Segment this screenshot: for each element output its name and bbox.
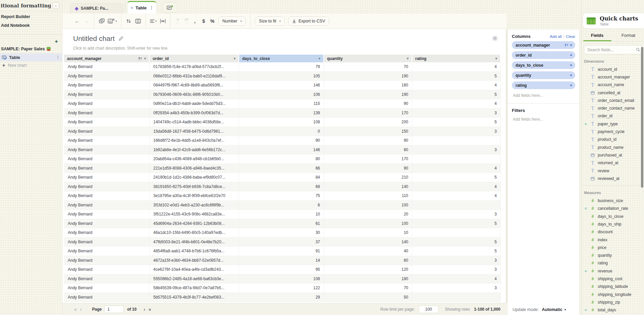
table-cell-order_id[interactable]: 24190b1d-1d2c-4386-baba-ef9d80c07... [150,173,239,182]
table-cell-account_manager[interactable]: Andy Bernard [64,256,150,265]
table-cell-order_id[interactable]: 0ff29354-a4b3-450b-b399-0cf063d7d... [150,109,239,118]
table-cell-order_id[interactable]: 15da56d8-1627-4f38-b475-0d6d7961... [150,127,239,136]
table-cell-account_manager[interactable]: Andy Bernard [64,274,150,284]
last-page-button[interactable]: » [147,307,153,312]
measure-revenue[interactable]: =#revenue [582,267,644,275]
table-cell-order_id[interactable]: 0d90e21a-db1f-4ab8-aade-5dedd75d3... [150,99,239,108]
measure-discount[interactable]: #discount [582,228,644,236]
table-cell-account_manager[interactable]: Andy Bernard [64,62,150,71]
measure-rating[interactable]: #rating [582,259,644,267]
table-cell-quantity[interactable]: 90 [324,99,412,108]
table-cell-quantity[interactable]: 40 [324,247,412,256]
table-cell-rating[interactable]: 4 [412,274,501,284]
table-cell-days_to_close[interactable]: 37 [239,238,324,247]
measure-quantity[interactable]: #quantity [582,252,644,259]
column-pill-account_manager[interactable]: account_manager▾ [512,41,575,49]
fields-scrollbar[interactable] [641,47,643,188]
number-format-dropdown[interactable]: Number ▾ [218,16,246,26]
duplicate-button[interactable] [97,18,106,23]
tab-format[interactable]: Format [613,33,644,41]
table-cell-account_manager[interactable]: Andy Bernard [64,118,150,127]
table-cell-days_to_close[interactable]: 30 [239,228,324,237]
table-cell-days_to_close[interactable]: 105 [239,72,324,81]
column-header-rating[interactable]: rating▾ [412,55,501,62]
measure-index[interactable]: #index [582,236,644,244]
fit-width-button[interactable] [158,19,167,23]
caret-down-icon[interactable]: ▾ [144,57,146,60]
table-cell-quantity[interactable]: 90 [324,164,412,173]
measure-shipping_longitude[interactable]: #shipping_longitude [582,291,644,298]
table-cell-order_id[interactable]: 0b793046-0609-483c-86f6-905010b0... [150,90,239,99]
dimension-returned_at[interactable]: Treturned_at [582,159,644,167]
dimension-account_manager[interactable]: Taccount_manager [582,73,644,81]
measure-price[interactable]: #price [582,244,644,251]
table-cell-account_manager[interactable]: Andy Bernard [64,219,150,228]
column-header-account_manager[interactable]: account_manager▾ [64,55,150,62]
table-cell-rating[interactable]: 5 [412,247,501,256]
dimension-product_id[interactable]: Tproduct_id [582,136,644,143]
table-cell-quantity[interactable]: 180 [324,274,412,284]
size-to-fit-dropdown[interactable]: Size to fit ▾ [255,16,285,26]
table-cell-account_manager[interactable]: Andy Bernard [64,99,150,108]
dimension-order_id[interactable]: Torder_id [582,112,644,120]
column-pill-order_id[interactable]: order_id▾ [512,51,575,59]
add-all-link[interactable]: Add all [550,35,561,39]
table-cell-order_id[interactable]: 3f51222e-4155-43c9-908c-4682ca83e... [150,210,239,219]
table-cell-account_manager[interactable]: Andy Bernard [64,265,150,274]
table-cell-rating[interactable]: 5 [412,238,501,247]
measure-days_to_ship[interactable]: #days_to_ship [582,220,644,228]
table-cell-account_manager[interactable]: Andy Bernard [64,284,150,293]
table-cell-rating[interactable]: 5 [412,118,501,127]
table-cell-account_manager[interactable]: Andy Bernard [64,201,150,210]
table-cell-quantity[interactable]: 170 [324,154,412,164]
table-cell-account_manager[interactable]: Andy Bernard [64,136,150,145]
table-cell-days_to_close[interactable]: 75 [239,191,324,200]
column-header-quantity[interactable]: quantity▾ [324,55,412,62]
caret-down-icon[interactable]: ▾ [570,83,572,87]
dimension-purchased_at[interactable]: purchased_at [582,151,644,159]
table-cell-account_manager[interactable]: Andy Bernard [64,182,150,191]
page-number-input[interactable] [104,306,124,313]
export-csv-button[interactable]: Export to CSV [288,16,329,26]
new-tab-button[interactable] [162,2,178,12]
table-cell-rating[interactable]: 4 [412,81,501,90]
sidebar-item-table[interactable]: Table ⋮ [0,53,62,61]
table-cell-days_to_close[interactable]: 66 [239,164,324,173]
tab-sample-paper-sales[interactable]: ◈ SAMPLE: Pa... [70,3,123,13]
undo-button[interactable]: ← [72,18,82,24]
table-cell-rating[interactable]: 3 [412,127,501,136]
table-cell-order_id[interactable]: 01783856-f14e-4178-a0bd-577cbcb2f... [150,62,239,71]
table-cell-rating[interactable]: 3 [412,256,501,265]
table-cell-quantity[interactable]: 100 [324,201,412,210]
table-cell-account_manager[interactable]: Andy Bernard [64,81,150,90]
table-cell-account_manager[interactable]: Andy Bernard [64,173,150,182]
table-cell-quantity[interactable]: 120 [324,265,412,274]
table-cell-order_id[interactable]: 084497f9-f967-4c69-8b89-aba5693f6... [150,81,239,90]
table-cell-order_id[interactable]: 47fb5003-8e21-4f4b-b601-0e48e7b20... [150,238,239,247]
table-cell-order_id[interactable]: 068e0312-66bb-432a-bab0-e2116daf9... [150,72,239,81]
table-cell-days_to_close[interactable]: 106 [239,90,324,99]
table-cell-days_to_close[interactable]: 108 [239,118,324,127]
table-cell-rating[interactable] [412,201,501,210]
table-cell-rating[interactable]: 4 [412,191,501,200]
column-header-days_to_close[interactable]: days_to_close▾ [239,55,324,62]
table-cell-order_id[interactable]: 20ab854a-c436-4089-a948-cb1b65b0... [150,154,239,164]
dimension-account_id[interactable]: Taccount_id [582,65,644,73]
caret-down-icon[interactable]: ▾ [570,63,572,67]
search-fields-input[interactable] [587,48,628,52]
table-cell-days_to_close[interactable]: 10 [239,210,324,219]
table-cell-days_to_close[interactable]: 80 [239,154,324,164]
table-cell-order_id[interactable]: 555086b2-2485-4a18-ae68-ba63cb3e... [150,274,239,284]
dimension-account_name[interactable]: Taccount_name [582,81,644,89]
table-cell-account_manager[interactable]: Andy Bernard [64,145,150,154]
table-cell-days_to_close[interactable]: 91 [239,247,324,256]
measure-shipping_zip[interactable]: #shipping_zip [582,298,644,306]
row-limit-input[interactable] [419,306,438,313]
column-header-order_id[interactable]: order_id▾ [150,55,239,62]
table-cell-quantity[interactable]: 190 [324,72,412,81]
columns-add-fields-placeholder[interactable]: Add fields here... [512,89,575,103]
table-cell-order_id[interactable]: 221e1d59-8088-4306-a946-8aed4c35... [150,164,239,173]
add-notebook-link[interactable]: Add Notebook [0,20,62,29]
increase-decimal-button[interactable]: .00 → [182,18,191,24]
table-cell-rating[interactable]: 4 [412,182,501,191]
